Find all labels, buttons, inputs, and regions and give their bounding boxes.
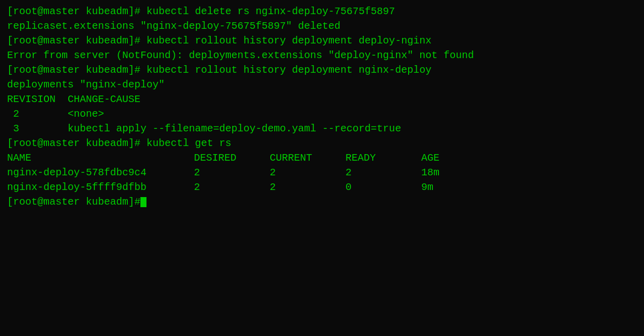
table-row: nginx-deploy-5ffff9dfbb2209m <box>7 180 637 195</box>
output-line: Error from server (NotFound): deployment… <box>7 48 637 63</box>
table-header-row: NAMEDESIREDCURRENTREADYAGE <box>7 151 637 165</box>
table-row: nginx-deploy-578fdbc9c422218m <box>7 165 637 180</box>
table-header-cell: CURRENT <box>270 151 345 165</box>
table-cell: nginx-deploy-5ffff9dfbb <box>7 180 194 195</box>
table-cell: 2 <box>270 165 345 180</box>
table-cell: 18m <box>421 165 439 180</box>
table-cell: 2 <box>345 165 421 180</box>
prompt-line: [root@master kubeadm]# <box>7 195 637 209</box>
output-line: replicaset.extensions "nginx-deploy-7567… <box>7 19 637 33</box>
output-line: 3 kubectl apply --filename=deploy-demo.y… <box>7 121 637 136</box>
table-header-cell: NAME <box>7 151 194 165</box>
table-cell: nginx-deploy-578fdbc9c4 <box>7 165 194 180</box>
output-line: 2 <none> <box>7 107 637 121</box>
cursor <box>140 197 146 207</box>
table-cell: 2 <box>270 180 345 195</box>
terminal: [root@master kubeadm]# kubectl delete rs… <box>7 4 637 332</box>
output-line: deployments "nginx-deploy" <box>7 77 637 92</box>
table-header-cell: DESIRED <box>194 151 270 165</box>
command-line: [root@master kubeadm]# kubectl get rs <box>7 136 637 151</box>
table-cell: 2 <box>194 165 270 180</box>
command-line: [root@master kubeadm]# kubectl delete rs… <box>7 4 637 19</box>
table-cell: 0 <box>345 180 421 195</box>
prompt-text: [root@master kubeadm]# <box>7 195 140 209</box>
table-cell: 9m <box>421 180 433 195</box>
command-line: [root@master kubeadm]# kubectl rollout h… <box>7 33 637 48</box>
output-line: REVISION CHANGE-CAUSE <box>7 92 637 107</box>
table-header-cell: AGE <box>421 151 439 165</box>
table-header-cell: READY <box>345 151 421 165</box>
command-line: [root@master kubeadm]# kubectl rollout h… <box>7 63 637 77</box>
table-cell: 2 <box>194 180 270 195</box>
